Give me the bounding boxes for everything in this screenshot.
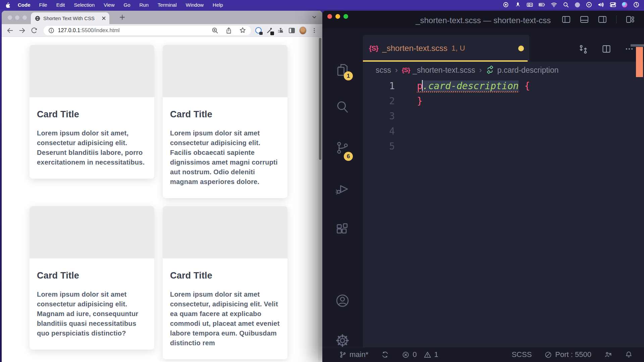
problems-indicator[interactable]: 0 1 <box>402 350 438 359</box>
share-icon[interactable] <box>225 27 232 34</box>
feedback-icon[interactable] <box>604 351 612 359</box>
toggle-panel-icon[interactable] <box>580 15 589 23</box>
menu-app-name[interactable]: Code <box>18 2 31 8</box>
notifications-bell-icon[interactable] <box>625 351 633 359</box>
rocket-icon[interactable] <box>515 2 521 8</box>
menu-edit[interactable]: Edit <box>56 2 65 8</box>
sync-button[interactable] <box>381 351 389 359</box>
split-editor-icon[interactable] <box>602 44 611 54</box>
branch-indicator[interactable]: main* <box>339 350 368 359</box>
volume-icon[interactable] <box>598 2 604 8</box>
line-number: 3 <box>363 109 395 124</box>
toggle-sidebar-icon[interactable] <box>288 27 295 34</box>
page-scrollbar-track[interactable] <box>318 37 322 362</box>
minimize-window-button[interactable] <box>15 15 19 20</box>
scrollbar-thumb[interactable] <box>631 44 644 47</box>
menu-selection[interactable]: Selection <box>74 2 95 8</box>
site-info-icon[interactable] <box>48 27 54 34</box>
card-4-description: Lorem ipsum dolor sit amet consectetur, … <box>170 290 280 348</box>
settings-gear-icon[interactable] <box>335 333 350 348</box>
vscode-title-bar: _shorten-text.scss — shorten-text-css <box>322 11 644 28</box>
card-4-image-placeholder <box>163 206 287 258</box>
breadcrumb-symbol[interactable]: p.card-description <box>497 66 558 75</box>
live-server-port[interactable]: Port : 5500 <box>544 350 591 359</box>
search-icon[interactable] <box>335 99 350 115</box>
new-tab-button[interactable] <box>119 14 125 20</box>
page-content: Card Title Lorem ipsum dolor sit amet, c… <box>2 37 322 362</box>
wifi-icon[interactable] <box>551 2 557 8</box>
url-text[interactable]: 127.0.0.1:5500/index.html <box>58 27 205 34</box>
scss-file-icon: {S} <box>369 44 378 52</box>
menu-file[interactable]: File <box>39 2 47 8</box>
apple-menu-icon[interactable] <box>5 2 10 8</box>
language-mode[interactable]: SCSS <box>512 350 532 359</box>
browser-window-controls <box>8 15 27 20</box>
account-icon[interactable] <box>335 293 350 308</box>
menu-view[interactable]: View <box>104 2 114 8</box>
bookmark-star-icon[interactable] <box>239 27 246 34</box>
record-icon[interactable] <box>502 2 509 8</box>
menu-go[interactable]: Go <box>124 2 130 8</box>
status-dot-icon[interactable] <box>575 2 580 7</box>
error-count: 0 <box>413 350 417 359</box>
menu-window[interactable]: Window <box>186 2 204 8</box>
battery-icon[interactable] <box>539 2 545 8</box>
maximize-window-button[interactable] <box>22 15 27 20</box>
privacy-extension-icon[interactable] <box>255 27 262 34</box>
code-line-1[interactable]: 1 p.card-description { <box>363 78 644 94</box>
tab-strip-chevron-down-icon[interactable] <box>312 15 317 19</box>
address-bar[interactable]: 127.0.0.1:5500/index.html <box>44 26 251 35</box>
breadcrumb-separator: › <box>479 66 482 75</box>
extensions-icon[interactable] <box>335 222 350 237</box>
control-center-icon[interactable] <box>610 2 616 8</box>
code-line-2[interactable]: 2 } <box>363 94 644 109</box>
profile-avatar[interactable] <box>299 27 307 34</box>
tab-problems-badge: 1, U <box>451 44 465 53</box>
camera-icon[interactable] <box>527 2 533 8</box>
forward-button[interactable] <box>18 26 26 35</box>
url-host: 127.0.0.1 <box>58 27 80 33</box>
breadcrumb-folder[interactable]: scss <box>376 66 391 75</box>
toggle-secondary-sidebar-icon[interactable] <box>598 15 607 23</box>
siri-icon[interactable] <box>622 2 627 7</box>
code-line-5[interactable]: 5 <box>363 139 644 154</box>
breadcrumb-file[interactable]: _shorten-text.scss <box>413 66 475 75</box>
clock-icon[interactable] <box>633 2 639 8</box>
code-line-4[interactable]: 4 <box>363 124 644 139</box>
customize-layout-icon[interactable] <box>626 15 635 23</box>
reload-button[interactable] <box>31 26 38 35</box>
url-path: :5500/index.html <box>80 27 119 33</box>
code-line-3[interactable]: 3 <box>363 109 644 124</box>
token-close-brace: } <box>417 96 423 107</box>
menu-help[interactable]: Help <box>213 2 223 8</box>
branch-name: main* <box>350 350 368 359</box>
extensions-puzzle-icon[interactable] <box>277 27 284 34</box>
card-2-image-placeholder <box>163 45 287 97</box>
overview-ruler[interactable] <box>631 44 644 347</box>
close-window-button[interactable] <box>8 15 12 20</box>
unsaved-changes-dot[interactable] <box>518 46 524 51</box>
browser-tab[interactable]: Shorten Text With CSS <box>31 12 109 24</box>
toggle-sidebar-icon[interactable] <box>562 15 571 23</box>
close-tab-icon[interactable] <box>102 16 106 20</box>
browser-window: Shorten Text With CSS 127.0.0.1:5500/ind… <box>2 11 322 362</box>
run-debug-icon[interactable] <box>335 181 350 197</box>
play-circle-icon[interactable] <box>586 2 592 8</box>
open-changes-icon[interactable] <box>578 44 588 54</box>
menu-terminal[interactable]: Terminal <box>158 2 177 8</box>
zoom-icon[interactable] <box>211 27 219 34</box>
browser-menu-icon[interactable] <box>311 27 318 34</box>
search-icon[interactable] <box>563 2 569 8</box>
globe-icon <box>35 16 40 21</box>
tab-file-name: _shorten-text.scss <box>382 44 447 53</box>
colorpicker-extension-icon[interactable] <box>266 27 273 34</box>
card-3: Card Title Lorem ipsum dolor sit amet co… <box>30 206 154 350</box>
page-scrollbar-thumb[interactable] <box>319 38 321 160</box>
line-number: 1 <box>363 78 395 94</box>
token-class-selector: .card-description <box>423 80 519 92</box>
menu-run[interactable]: Run <box>140 2 149 8</box>
code-editor[interactable]: 1 p.card-description { 2 } 3 4 5 <box>363 78 644 347</box>
layout-controls <box>562 15 635 23</box>
editor-tab[interactable]: {S} _shorten-text.scss 1, U <box>363 35 529 62</box>
back-button[interactable] <box>6 26 14 35</box>
